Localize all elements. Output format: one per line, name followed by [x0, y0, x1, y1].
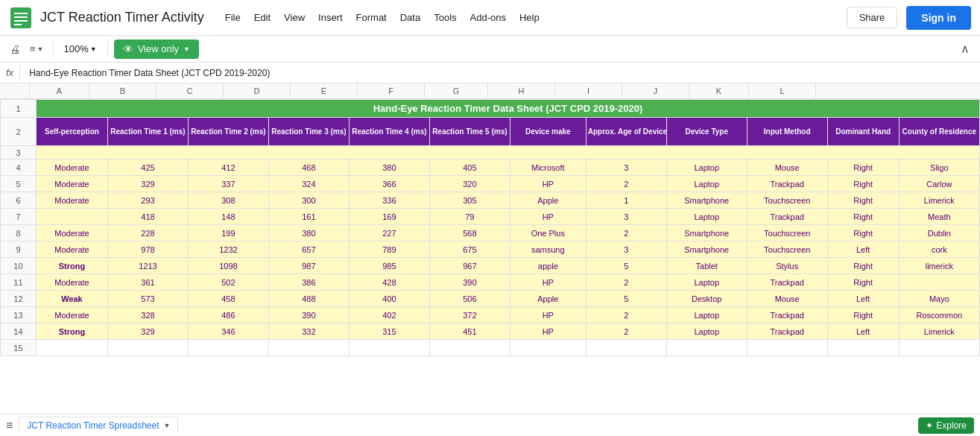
data-cell: 657: [268, 241, 349, 258]
data-cell: 337: [188, 176, 268, 192]
data-cell: Touchscreen: [747, 241, 827, 258]
menu-tools[interactable]: Tools: [428, 9, 462, 26]
data-cell: 2: [586, 225, 666, 241]
data-cell: 1232: [188, 241, 268, 258]
app-icon: [9, 6, 33, 30]
col-header-e: E: [291, 83, 358, 98]
collapse-button[interactable]: ∧: [956, 40, 974, 58]
row-num-cell: 8: [1, 225, 37, 241]
table-row-1: 1 Hand-Eye Reaction Timer Data Sheet (JC…: [1, 100, 980, 118]
explore-label: Explore: [936, 420, 967, 431]
data-cell: Touchscreen: [747, 225, 827, 241]
share-button[interactable]: Share: [847, 7, 898, 28]
print-icon[interactable]: 🖨: [6, 40, 24, 58]
data-cell: 1098: [188, 258, 268, 274]
data-cell: 380: [349, 159, 429, 176]
explore-button[interactable]: ✦ Explore: [918, 417, 974, 434]
table-row: 13Moderate328486390402372HP2LaptopTrackp…: [1, 307, 980, 323]
data-cell: 412: [188, 159, 268, 176]
data-cell: 3: [586, 241, 666, 258]
header-county: County of Residence: [899, 118, 979, 146]
data-cell: Right: [827, 192, 899, 209]
data-cell: 978: [107, 241, 188, 258]
menu-insert[interactable]: Insert: [312, 9, 349, 26]
sheet-tab-arrow: ▼: [164, 422, 171, 429]
data-cell: 1: [586, 192, 666, 209]
data-cell: Mouse: [747, 159, 827, 176]
data-cell: 506: [429, 291, 510, 307]
data-cell: HP: [510, 323, 586, 340]
header-reaction4: Reaction Time 4 (ms): [349, 118, 429, 146]
data-cell: 488: [268, 291, 349, 307]
view-only-arrow: ▼: [183, 45, 190, 53]
table-row: 10Strong12131098987985967apple5TabletSty…: [1, 258, 980, 274]
menu-file[interactable]: File: [219, 9, 247, 26]
data-cell: Tablet: [666, 258, 747, 274]
signin-button[interactable]: Sign in: [906, 6, 971, 30]
menu-data[interactable]: Data: [394, 9, 426, 26]
data-cell: 2: [586, 274, 666, 291]
data-cell: Moderate: [36, 307, 107, 323]
data-cell: Laptop: [666, 176, 747, 192]
row-num-cell: 10: [1, 258, 37, 274]
menu-view[interactable]: View: [278, 9, 311, 26]
col-header-i: I: [555, 83, 622, 98]
row-num-cell: 12: [1, 291, 37, 307]
table-row: 14Strong329346332315451HP2LaptopTrackpad…: [1, 323, 980, 340]
data-cell: Apple: [510, 192, 586, 209]
data-cell: One Plus: [510, 225, 586, 241]
data-cell: [586, 340, 666, 356]
row-num-cell: 4: [1, 159, 37, 176]
data-cell: Moderate: [36, 176, 107, 192]
data-cell: Right: [827, 209, 899, 225]
data-cell: 400: [349, 291, 429, 307]
view-only-button[interactable]: 👁 View only ▼: [114, 40, 199, 59]
data-cell: 300: [268, 192, 349, 209]
data-cell: [747, 340, 827, 356]
header-self-perception: Self-perception: [36, 118, 107, 146]
col-header-g: G: [425, 83, 488, 98]
data-cell: Moderate: [36, 225, 107, 241]
data-cell: [666, 340, 747, 356]
data-cell: 320: [429, 176, 510, 192]
filter-icon[interactable]: ≡ ▼: [27, 42, 47, 56]
header-reaction1: Reaction Time 1 (ms): [107, 118, 188, 146]
menu-help[interactable]: Help: [513, 9, 546, 26]
data-cell: Right: [827, 307, 899, 323]
data-cell: 486: [188, 307, 268, 323]
data-cell: 148: [188, 209, 268, 225]
header-reaction5: Reaction Time 5 (ms): [429, 118, 510, 146]
table-row: 5Moderate329337324366320HP2LaptopTrackpa…: [1, 176, 980, 192]
header-title-cell: Hand-Eye Reaction Timer Data Sheet (JCT …: [36, 100, 979, 118]
menu-bar: File Edit View Insert Format Data Tools …: [219, 9, 546, 26]
table-row: 15: [1, 340, 980, 356]
hamburger-icon[interactable]: ≡: [6, 419, 13, 432]
data-cell: 987: [268, 258, 349, 274]
eye-icon: 👁: [123, 43, 133, 55]
zoom-control[interactable]: 100% ▼: [60, 42, 101, 56]
menu-format[interactable]: Format: [350, 9, 393, 26]
data-cell: Trackpad: [747, 307, 827, 323]
data-cell: 428: [349, 274, 429, 291]
header-approx-age: Approx. Age of Device (years): [586, 118, 666, 146]
menu-edit[interactable]: Edit: [248, 9, 276, 26]
data-cell: HP: [510, 209, 586, 225]
data-cell: 199: [188, 225, 268, 241]
data-cell: Moderate: [36, 241, 107, 258]
explore-icon: ✦: [926, 420, 933, 431]
data-cell: 329: [107, 176, 188, 192]
menu-addons[interactable]: Add-ons: [464, 9, 512, 26]
top-bar: JCT Reaction Timer Activity File Edit Vi…: [0, 0, 980, 36]
data-cell: HP: [510, 176, 586, 192]
data-cell: HP: [510, 307, 586, 323]
data-cell: 458: [188, 291, 268, 307]
data-cell: 5: [586, 258, 666, 274]
data-cell: 361: [107, 274, 188, 291]
data-cell: Touchscreen: [747, 192, 827, 209]
data-cell: Laptop: [666, 323, 747, 340]
row-num-corner: [0, 83, 30, 98]
header-device-make: Device make: [510, 118, 586, 146]
sheet-tab[interactable]: JCT Reaction Timer Spreadsheet ▼: [19, 417, 178, 434]
formula-separator: [19, 66, 20, 80]
toolbar-separator-2: [107, 42, 108, 57]
